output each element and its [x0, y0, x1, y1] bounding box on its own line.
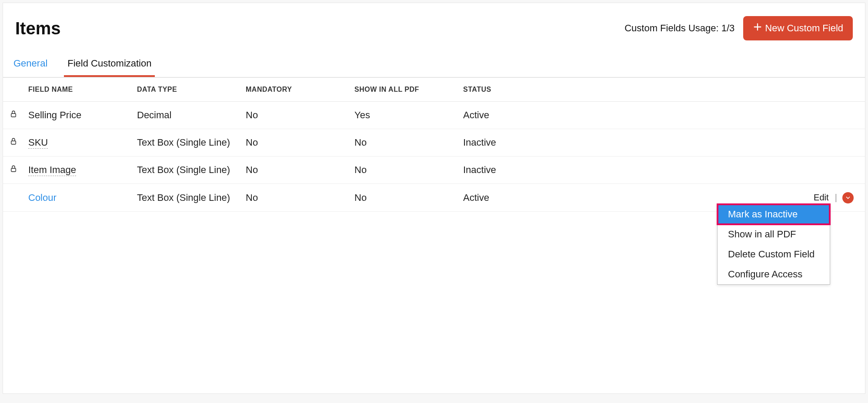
plus-icon: [753, 22, 762, 34]
col-data-type-header: DATA TYPE: [133, 78, 241, 102]
header-right: Custom Fields Usage: 1/3 New Custom Fiel…: [624, 16, 853, 40]
dropdown-item-show-in-pdf[interactable]: Show in all PDF: [718, 224, 830, 244]
field-mandatory: No: [246, 164, 258, 175]
col-lock-header: [3, 78, 24, 102]
fields-table: FIELD NAME DATA TYPE MANDATORY SHOW IN A…: [3, 77, 865, 212]
field-pdf: No: [354, 192, 367, 203]
page-container: Items Custom Fields Usage: 1/3 New Custo…: [3, 3, 865, 394]
svg-rect-3: [11, 141, 16, 144]
lock-icon: [10, 137, 17, 148]
field-status: Active: [463, 192, 489, 203]
page-title: Items: [15, 19, 61, 38]
page-header: Items Custom Fields Usage: 1/3 New Custo…: [3, 3, 865, 40]
new-custom-field-button[interactable]: New Custom Field: [743, 16, 853, 40]
edit-link[interactable]: Edit: [814, 193, 828, 202]
field-type: Text Box (Single Line): [137, 192, 230, 203]
table-row: Item Image Text Box (Single Line) No No …: [3, 157, 865, 184]
field-name: SKU: [28, 137, 48, 149]
row-actions-dropdown-toggle[interactable]: [842, 192, 854, 203]
dropdown-item-mark-inactive[interactable]: Mark as Inactive: [718, 204, 830, 224]
field-name: Item Image: [28, 164, 76, 176]
tab-general[interactable]: General: [10, 58, 51, 77]
field-name[interactable]: Colour: [28, 192, 57, 203]
col-status-header: STATUS: [459, 78, 572, 102]
field-status: Inactive: [463, 137, 496, 148]
field-status: Inactive: [463, 164, 496, 175]
field-pdf: No: [354, 137, 367, 148]
col-actions-header: [572, 78, 865, 102]
field-pdf: No: [354, 164, 367, 175]
field-type: Decimal: [137, 110, 171, 120]
svg-rect-4: [11, 168, 16, 172]
field-name: Selling Price: [28, 110, 81, 120]
table-header-row: FIELD NAME DATA TYPE MANDATORY SHOW IN A…: [3, 78, 865, 102]
field-mandatory: No: [246, 110, 258, 120]
table-row: SKU Text Box (Single Line) No No Inactiv…: [3, 129, 865, 157]
custom-fields-usage: Custom Fields Usage: 1/3: [624, 23, 734, 34]
field-type: Text Box (Single Line): [137, 164, 230, 175]
lock-icon: [10, 110, 17, 121]
svg-rect-2: [11, 113, 16, 117]
field-mandatory: No: [246, 137, 258, 148]
row-actions-dropdown: Mark as Inactive Show in all PDF Delete …: [717, 204, 830, 285]
field-type: Text Box (Single Line): [137, 137, 230, 148]
field-pdf: Yes: [354, 110, 370, 120]
lock-icon: [10, 164, 17, 176]
field-mandatory: No: [246, 192, 258, 203]
col-show-pdf-header: SHOW IN ALL PDF: [350, 78, 459, 102]
dropdown-item-configure-access[interactable]: Configure Access: [718, 264, 830, 284]
field-status: Active: [463, 110, 489, 120]
col-mandatory-header: MANDATORY: [241, 78, 350, 102]
col-field-name-header: FIELD NAME: [24, 78, 133, 102]
chevron-down-icon: [845, 195, 851, 201]
new-custom-field-label: New Custom Field: [765, 23, 843, 34]
action-separator: |: [835, 193, 837, 202]
dropdown-item-delete[interactable]: Delete Custom Field: [718, 244, 830, 264]
table-row: Selling Price Decimal No Yes Active: [3, 102, 865, 129]
tabs: General Field Customization: [3, 40, 865, 77]
tab-field-customization[interactable]: Field Customization: [64, 58, 155, 77]
